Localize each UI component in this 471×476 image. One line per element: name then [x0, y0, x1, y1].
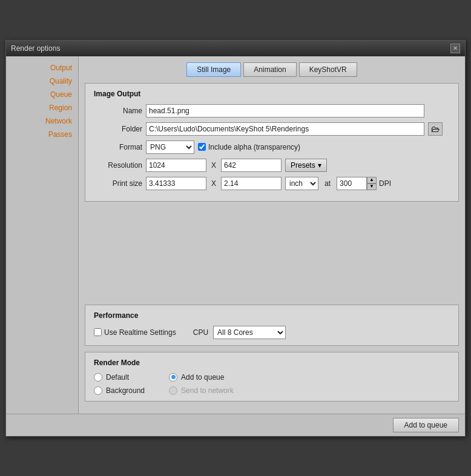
print-x-label: X: [211, 179, 216, 188]
render-mode-col-right: Add to queue Send to network: [169, 373, 234, 395]
unit-select[interactable]: inch cm mm: [285, 177, 318, 190]
cpu-select[interactable]: All 8 Cores 4 Cores 2 Cores 1 Core: [213, 326, 286, 339]
use-realtime-label[interactable]: Use Realtime Settings: [94, 328, 176, 337]
name-row: Name: [94, 104, 450, 117]
name-input[interactable]: [146, 104, 424, 117]
res-width-input[interactable]: [146, 159, 206, 172]
dpi-label: DPI: [379, 179, 391, 188]
render-options-window: Render options ✕ Output Quality Queue Re…: [5, 40, 466, 437]
sidebar-item-output[interactable]: Output: [6, 61, 78, 74]
format-row: Format PNG JPEG TIFF EXR Include alpha (…: [94, 140, 450, 154]
sidebar-item-region[interactable]: Region: [6, 101, 78, 114]
render-mode-title: Render Mode: [94, 359, 450, 367]
res-height-input[interactable]: [221, 159, 282, 172]
cpu-label: CPU: [193, 328, 208, 337]
image-output-title: Image Output: [94, 90, 450, 98]
radio-default-dot: [94, 373, 102, 382]
render-mode-options: Default Background Add to queue: [94, 373, 450, 395]
radio-background-dot: [94, 386, 102, 395]
print-size-row: Print size X inch cm mm at ▲ ▼: [94, 177, 450, 190]
sidebar: Output Quality Queue Region Network Pass…: [6, 56, 79, 414]
resolution-row: Resolution X Presets ▾: [94, 159, 450, 172]
print-height-input[interactable]: [221, 177, 282, 190]
format-select[interactable]: PNG JPEG TIFF EXR: [146, 140, 194, 154]
format-label: Format: [94, 143, 142, 151]
radio-send-to-network[interactable]: Send to network: [169, 386, 234, 395]
main-content: Output Quality Queue Region Network Pass…: [6, 56, 465, 414]
at-label: at: [324, 179, 331, 188]
render-mode-section: Render Mode Default Background: [85, 352, 459, 402]
render-mode-col-left: Default Background: [94, 373, 145, 395]
include-alpha-checkbox[interactable]: [198, 143, 206, 151]
presets-dropdown-icon: ▾: [318, 161, 321, 170]
sidebar-item-network[interactable]: Network: [6, 114, 78, 128]
dpi-spinner: ▲ ▼: [367, 177, 377, 190]
add-to-queue-button[interactable]: Add to queue: [393, 418, 459, 432]
res-x-label: X: [211, 161, 216, 170]
dpi-up-button[interactable]: ▲: [367, 177, 377, 183]
folder-row: Folder 🗁: [94, 122, 450, 136]
dpi-down-button[interactable]: ▼: [367, 183, 377, 190]
radio-add-to-queue[interactable]: Add to queue: [169, 373, 234, 382]
presets-button[interactable]: Presets ▾: [285, 159, 327, 172]
dpi-group: ▲ ▼ DPI: [337, 177, 391, 190]
print-width-input[interactable]: [146, 177, 206, 190]
print-size-label: Print size: [94, 179, 142, 188]
tab-keyshot-vr[interactable]: KeyShotVR: [299, 62, 357, 77]
tab-animation[interactable]: Animation: [243, 62, 296, 77]
cpu-row: Use Realtime Settings CPU All 8 Cores 4 …: [94, 326, 450, 339]
performance-title: Performance: [94, 311, 450, 320]
performance-section: Performance Use Realtime Settings CPU Al…: [85, 305, 459, 346]
name-label: Name: [94, 107, 142, 115]
image-output-section: Image Output Name Folder 🗁 Format PNG: [85, 83, 459, 202]
sidebar-item-queue[interactable]: Queue: [6, 88, 78, 101]
titlebar: Render options ✕: [6, 41, 465, 56]
resolution-label: Resolution: [94, 161, 142, 170]
sidebar-item-quality[interactable]: Quality: [6, 74, 78, 88]
folder-input[interactable]: [146, 122, 424, 136]
footer: Add to queue: [6, 414, 465, 436]
radio-default[interactable]: Default: [94, 373, 145, 382]
radio-add-to-queue-dot: [169, 373, 177, 382]
use-realtime-checkbox[interactable]: [94, 328, 102, 336]
main-panel: Still Image Animation KeyShotVR Image Ou…: [79, 56, 465, 414]
dpi-input[interactable]: [337, 177, 367, 190]
radio-background[interactable]: Background: [94, 386, 145, 395]
sidebar-item-passes[interactable]: Passes: [6, 128, 78, 141]
window-title: Render options: [11, 44, 60, 53]
close-button[interactable]: ✕: [450, 44, 460, 53]
folder-label: Folder: [94, 125, 142, 133]
tab-still-image[interactable]: Still Image: [186, 62, 241, 77]
radio-send-to-network-dot: [169, 386, 177, 395]
spacer: [85, 208, 459, 305]
folder-browse-button[interactable]: 🗁: [428, 122, 443, 136]
include-alpha-label[interactable]: Include alpha (transparency): [198, 143, 300, 151]
tab-bar: Still Image Animation KeyShotVR: [85, 62, 459, 77]
